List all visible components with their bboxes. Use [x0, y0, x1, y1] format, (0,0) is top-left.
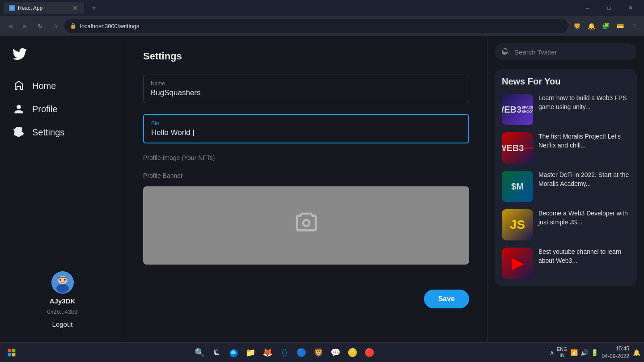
- taskbar-edge[interactable]: [225, 345, 242, 361]
- bio-form-group: Bio: [143, 114, 469, 143]
- settings-icon: [13, 127, 25, 138]
- save-button-container: Save: [143, 275, 469, 308]
- taskbar-brave2[interactable]: 🔴: [361, 345, 377, 361]
- taskbar-search[interactable]: 🔍: [191, 345, 208, 361]
- news-thumb-3: $M: [502, 171, 533, 202]
- main-content: Settings Name Bio Profile Image (Your NF…: [125, 36, 487, 342]
- taskbar-apps: 🔍 ⧉ 📁 🦊 ⟨⟩ 🔵 🦁 💬 🪙 🔴: [21, 345, 548, 361]
- news-text-3: Master DeFi in 2022. Start at the Morali…: [538, 171, 630, 188]
- new-tab-button[interactable]: +: [88, 2, 100, 14]
- app-layout: Home Profile Settings: [0, 36, 644, 342]
- minimize-button[interactable]: ─: [578, 0, 597, 16]
- news-thumb-5: ▶: [502, 248, 533, 279]
- news-text-2: The fisrt Moralis Project! Let's Netflix…: [538, 132, 630, 150]
- browser-titlebar: ⚛ React App ✕ + ─ □ ✕: [0, 0, 644, 16]
- bio-field-wrapper: Bio: [143, 114, 469, 143]
- start-button[interactable]: [4, 345, 20, 361]
- svg-point-4: [64, 279, 66, 281]
- alert-icon[interactable]: 🔔: [585, 20, 597, 32]
- taskbar-up-arrow[interactable]: ∧: [550, 349, 554, 356]
- search-icon: [502, 47, 510, 57]
- sidebar-item-home[interactable]: Home: [5, 75, 119, 97]
- name-input[interactable]: [151, 88, 462, 97]
- bio-input[interactable]: [151, 128, 461, 137]
- address-bar[interactable]: 🔒 localhost:3000/settings: [64, 19, 568, 33]
- svg-rect-8: [12, 353, 16, 356]
- sidebar-item-profile-label: Profile: [32, 104, 58, 114]
- news-section: News For You WEB3SPACE SHOOTER Learn how…: [495, 69, 637, 286]
- browser-nav: ◀ ▶ ↻ ☆ 🔒 localhost:3000/settings 🦁 🔔 🧩 …: [0, 16, 644, 36]
- svg-point-3: [59, 279, 61, 281]
- profile-image-label: Profile Image (Your NFTs): [143, 154, 469, 161]
- taskbar-vscode[interactable]: ⟨⟩: [276, 345, 292, 361]
- svg-rect-7: [8, 353, 12, 356]
- close-button[interactable]: ✕: [621, 0, 640, 16]
- profile-banner-group: Profile Banner: [143, 172, 469, 265]
- tab-close-button[interactable]: ✕: [72, 4, 79, 12]
- bio-field-label: Bio: [151, 120, 461, 126]
- reload-button[interactable]: ↻: [34, 20, 47, 32]
- taskbar-whatsapp[interactable]: 💬: [327, 345, 343, 361]
- taskbar-notification[interactable]: 🔔: [633, 349, 640, 356]
- news-item-1[interactable]: WEB3SPACE SHOOTER Learn how to build a W…: [502, 94, 630, 125]
- brave-icon[interactable]: 🦁: [571, 20, 583, 32]
- sidebar-item-home-label: Home: [32, 81, 56, 91]
- right-sidebar: News For You WEB3SPACE SHOOTER Learn how…: [487, 36, 644, 342]
- profile-icon: [13, 104, 25, 114]
- user-profile-section: AJy3DK 0x2b...43b9 Logout: [5, 266, 119, 335]
- taskbar-clock[interactable]: 15:45 04-09-2022: [602, 345, 629, 360]
- search-box[interactable]: [495, 43, 637, 60]
- profile-banner-upload[interactable]: [143, 186, 469, 265]
- taskbar-system-icons: ∧ ENGIN 📶 🔊 🔋: [550, 346, 598, 358]
- taskbar-wifi[interactable]: 📶: [570, 349, 578, 356]
- taskbar-explorer[interactable]: 📁: [242, 345, 258, 361]
- news-section-title: News For You: [502, 76, 630, 87]
- taskbar: 🔍 ⧉ 📁 🦊 ⟨⟩ 🔵 🦁 💬 🪙 🔴 ∧ ENGIN 📶 🔊 🔋 15:45…: [0, 342, 644, 362]
- save-button[interactable]: Save: [424, 290, 469, 308]
- taskbar-time: 15:45: [602, 345, 629, 353]
- svg-rect-5: [8, 349, 12, 352]
- user-handle: 0x2b...43b9: [47, 308, 78, 315]
- browser-tab[interactable]: ⚛ React App ✕: [4, 2, 84, 14]
- news-item-2[interactable]: WEB3NETFLIX The fisrt Moralis Project! L…: [502, 132, 630, 164]
- page-title: Settings: [143, 51, 469, 62]
- tab-title: React App: [18, 5, 69, 11]
- back-button[interactable]: ◀: [4, 20, 16, 32]
- taskbar-taskview[interactable]: ⧉: [208, 345, 225, 361]
- taskbar-lang[interactable]: ENGIN: [557, 346, 568, 358]
- taskbar-unknown[interactable]: 🔵: [293, 345, 309, 361]
- news-thumb-2: WEB3NETFLIX: [502, 132, 533, 164]
- taskbar-battery[interactable]: 🔋: [591, 349, 598, 356]
- wallet-icon[interactable]: 💳: [614, 20, 626, 32]
- browser-chrome: ⚛ React App ✕ + ─ □ ✕ ◀ ▶ ↻ ☆ 🔒 localhos…: [0, 0, 644, 36]
- menu-icon[interactable]: ≡: [628, 20, 640, 32]
- news-text-1: Learn how to build a Web3 FPS game using…: [538, 94, 630, 111]
- svg-point-2: [56, 284, 69, 293]
- taskbar-brave[interactable]: 🦁: [310, 345, 326, 361]
- svg-rect-6: [12, 349, 16, 352]
- profile-image-group: Profile Image (Your NFTs): [143, 154, 469, 161]
- logout-button[interactable]: Logout: [49, 319, 76, 330]
- taskbar-date: 04-09-2022: [602, 353, 629, 360]
- extensions-icon[interactable]: 🧩: [599, 20, 612, 32]
- url-display: localhost:3000/settings: [80, 23, 563, 29]
- sidebar-item-profile[interactable]: Profile: [5, 98, 119, 120]
- news-thumb-1: WEB3SPACE SHOOTER: [502, 94, 533, 125]
- twitter-logo[interactable]: [5, 43, 119, 68]
- maximize-button[interactable]: □: [599, 0, 619, 16]
- taskbar-crypto[interactable]: 🪙: [344, 345, 360, 361]
- bookmark-button[interactable]: ☆: [49, 20, 62, 32]
- news-item-4[interactable]: JS Become a Web3 Developer with just sim…: [502, 209, 630, 240]
- sidebar-item-settings[interactable]: Settings: [5, 122, 119, 143]
- taskbar-firefox[interactable]: 🦊: [259, 345, 275, 361]
- news-thumb-4: JS: [502, 209, 533, 240]
- news-item-3[interactable]: $M Master DeFi in 2022. Start at the Mor…: [502, 171, 630, 202]
- sidebar: Home Profile Settings: [0, 36, 125, 342]
- taskbar-volume[interactable]: 🔊: [580, 349, 588, 356]
- news-item-5[interactable]: ▶ Best youtube channel to learn about We…: [502, 248, 630, 279]
- user-name: AJy3DK: [50, 297, 76, 305]
- user-avatar: [51, 271, 74, 294]
- forward-button[interactable]: ▶: [19, 20, 31, 32]
- search-input[interactable]: [514, 48, 630, 56]
- name-field-wrapper: Name: [143, 75, 469, 103]
